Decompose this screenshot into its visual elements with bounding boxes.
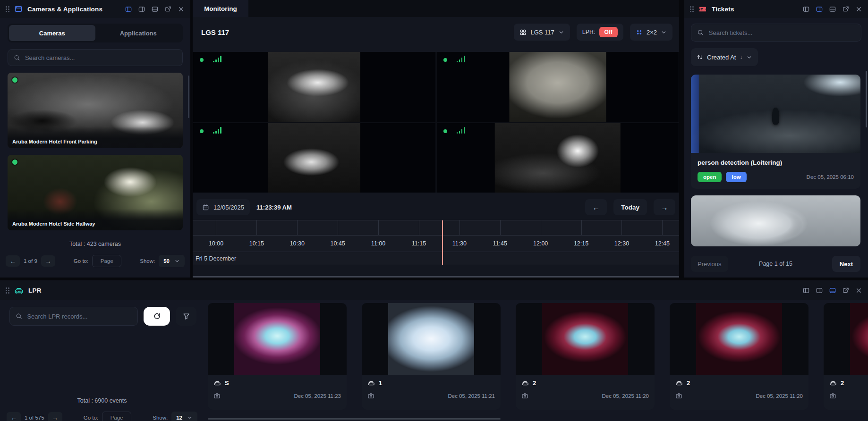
cameras-prev-page-button[interactable]: ← <box>6 255 20 267</box>
lpr-search-input[interactable] <box>27 313 132 320</box>
dock-bottom-icon[interactable] <box>151 6 159 13</box>
tickets-search-input[interactable] <box>709 29 855 36</box>
chevron-down-icon <box>661 29 667 35</box>
timeline-tick-labels: 10:00 10:15 10:30 10:45 11:00 11:15 11:3… <box>193 236 679 252</box>
tab-monitoring[interactable]: Monitoring <box>193 0 248 17</box>
dock-right-icon[interactable] <box>816 6 823 13</box>
tick-label: 11:15 <box>412 240 426 247</box>
dock-right-icon[interactable] <box>816 287 823 294</box>
cameras-goto-page-input[interactable] <box>92 255 121 267</box>
open-external-icon[interactable] <box>842 287 850 294</box>
cameras-panel: Cameras & Applications Cameras Applicati… <box>0 0 190 278</box>
timeline-back-button[interactable]: ← <box>585 199 607 215</box>
camera-card-front-parking[interactable]: Aruba Modern Hotel Front Parking <box>8 73 183 148</box>
ticket-meta: open low Dec 05, 2025 06:10 <box>691 167 860 189</box>
open-external-icon[interactable] <box>164 6 172 13</box>
lpr-show-select[interactable]: 12 <box>171 412 197 421</box>
tick-label: 12:00 <box>533 240 548 247</box>
drag-handle-icon[interactable] <box>6 287 9 294</box>
video-tile-1[interactable] <box>193 52 435 122</box>
plate-image <box>208 303 347 375</box>
cameras-pagination: ← 1 of 9 → Go to: Show: 50 <box>6 255 185 267</box>
cameras-show-select[interactable]: 50 <box>159 255 185 267</box>
lpr-refresh-button[interactable] <box>144 307 170 326</box>
lpr-record-card[interactable]: 2 Dec 05, 2025 11:20 <box>670 303 808 410</box>
video-stream <box>268 123 360 193</box>
search-icon <box>14 54 20 61</box>
show-label: Show: <box>153 415 168 421</box>
tick-label: 12:15 <box>574 240 588 247</box>
video-tile-2[interactable] <box>437 52 679 122</box>
tab-applications[interactable]: Applications <box>95 25 182 41</box>
lpr-next-page-button[interactable]: → <box>48 412 62 421</box>
lpr-goto-page-input[interactable] <box>102 412 131 421</box>
tickets-next-button[interactable]: Next <box>832 256 860 272</box>
lpr-page-indicator: 1 of 575 <box>25 415 44 421</box>
plate-image <box>516 303 655 375</box>
tick-label: 10:00 <box>209 240 223 247</box>
camera-card-side-hallway[interactable]: Aruba Modern Hotel Side Hallway <box>8 155 183 230</box>
lpr-record-card[interactable]: 2 Dec 05, 2025 11:20 <box>516 303 655 410</box>
dock-left-icon[interactable] <box>802 6 810 13</box>
timeline-playhead[interactable] <box>442 220 443 265</box>
camera-group-select[interactable]: LGS 117 <box>514 24 570 41</box>
tick-label: 11:30 <box>452 240 467 247</box>
lpr-hscrollbar[interactable] <box>208 418 501 420</box>
tick-label: 10:45 <box>331 240 345 247</box>
camera-group-value: LGS 117 <box>530 29 554 36</box>
video-stream <box>495 123 621 193</box>
dock-left-icon[interactable] <box>802 287 810 294</box>
signal-bars-icon <box>457 127 465 134</box>
video-tile-3[interactable] <box>193 123 435 193</box>
dock-bottom-icon[interactable] <box>829 6 836 13</box>
tick-label: 12:45 <box>655 240 670 247</box>
open-external-icon[interactable] <box>842 6 850 13</box>
lpr-filter-button[interactable] <box>176 307 196 326</box>
lpr-prev-page-button[interactable]: ← <box>7 412 21 421</box>
tickets-panel: Tickets Created At ↓ person detection (L… <box>684 0 868 278</box>
dock-right-icon[interactable] <box>138 6 145 13</box>
grid-icon <box>519 29 527 36</box>
grid-layout-select[interactable]: 2×2 <box>630 24 672 41</box>
tab-cameras[interactable]: Cameras <box>9 25 95 41</box>
car-icon <box>675 380 683 387</box>
plate-image <box>824 303 868 375</box>
cameras-scrollbar[interactable] <box>188 76 189 118</box>
close-icon[interactable] <box>855 287 862 294</box>
cameras-page-indicator: 1 of 9 <box>24 258 37 264</box>
ticket-snapshot <box>691 75 860 153</box>
monitoring-tabstrip: Monitoring <box>193 0 679 17</box>
timeline-forward-button[interactable]: → <box>654 199 675 215</box>
video-grid <box>193 52 679 193</box>
video-tile-4[interactable] <box>437 123 679 193</box>
drag-handle-icon[interactable] <box>690 6 694 12</box>
cameras-next-page-button[interactable]: → <box>41 255 55 267</box>
dock-bottom-icon[interactable] <box>829 287 836 294</box>
goto-label: Go to: <box>74 258 88 264</box>
lpr-record-card[interactable]: 1 Dec 05, 2025 11:21 <box>362 303 501 410</box>
ticket-card[interactable]: person detection (Loitering) open low De… <box>691 75 860 189</box>
close-icon[interactable] <box>855 6 862 13</box>
video-stream <box>509 52 606 122</box>
timeline[interactable]: 10:00 10:15 10:30 10:45 11:00 11:15 11:3… <box>193 220 679 265</box>
dock-left-icon[interactable] <box>125 6 132 13</box>
monitoring-hscrollbar[interactable] <box>193 276 679 278</box>
tickets-scrollbar[interactable] <box>866 71 867 127</box>
lpr-record-card[interactable]: S Dec 05, 2025 11:23 <box>208 303 347 410</box>
drag-handle-icon[interactable] <box>6 6 9 12</box>
tickets-sort-button[interactable]: Created At ↓ <box>691 48 758 66</box>
date-picker[interactable]: 12/05/2025 <box>196 199 250 215</box>
monitoring-toolbar: LGS 117 LGS 117 LPR: Off 2×2 <box>193 17 679 46</box>
cameras-search-input[interactable] <box>25 54 177 61</box>
lpr-total: Total : 6900 events <box>0 397 204 404</box>
tickets-sort-direction: ↓ <box>740 54 742 60</box>
lpr-toggle[interactable]: LPR: Off <box>577 24 623 41</box>
lpr-panel-header: LPR <box>0 280 868 300</box>
close-icon[interactable] <box>178 6 185 13</box>
today-button[interactable]: Today <box>613 199 647 215</box>
ticket-card[interactable] <box>691 195 860 246</box>
camera-online-dot <box>12 160 17 165</box>
lpr-record-card[interactable]: 2 Dec 05, 2025 11:20 <box>824 303 868 410</box>
date-value: 12/05/2025 <box>213 204 244 211</box>
lpr-toggle-state: Off <box>599 27 618 37</box>
